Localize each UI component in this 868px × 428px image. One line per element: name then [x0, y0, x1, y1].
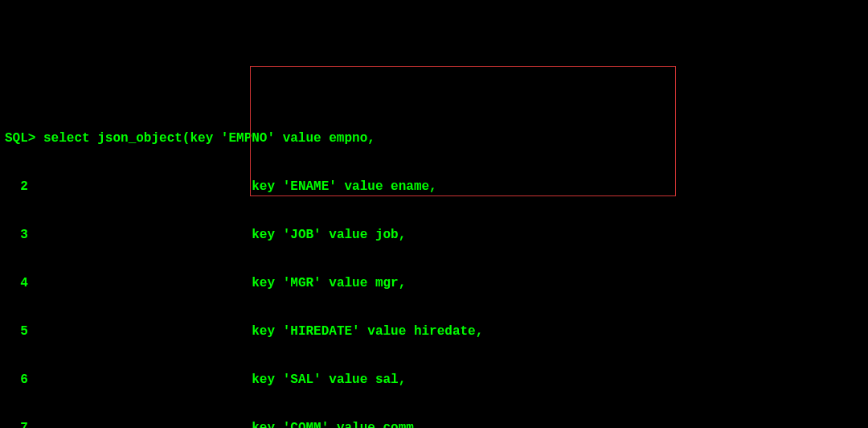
sql-text: key 'COMM' value comm,	[252, 421, 421, 428]
sql-text: key 'MGR' value mgr,	[252, 276, 406, 290]
sql-line-5: 5 key 'HIREDATE' value hiredate,	[5, 323, 863, 340]
sql-line-1: SQL> select json_object(key 'EMPNO' valu…	[5, 130, 863, 146]
line-number: 7	[5, 421, 28, 428]
sql-line-2: 2 key 'ENAME' value ename,	[5, 179, 863, 195]
sql-line-7: 7 key 'COMM' value comm,	[5, 420, 863, 428]
line-number: 4	[5, 276, 28, 290]
sql-line-4: 4 key 'MGR' value mgr,	[5, 275, 863, 291]
sql-text: key 'ENAME' value ename,	[252, 179, 436, 194]
line-number: 6	[5, 372, 28, 387]
line-number: 3	[5, 228, 28, 242]
sql-text: key 'JOB' value job,	[252, 228, 406, 242]
sql-text: SQL> select json_object(key 'EMPNO' valu…	[5, 131, 375, 146]
sql-line-6: 6 key 'SAL' value sal,	[5, 372, 863, 388]
sql-text: key 'SAL' value sal,	[252, 372, 406, 387]
sql-text: key 'HIREDATE' value hiredate,	[252, 324, 483, 339]
line-number: 5	[5, 324, 28, 339]
terminal-output[interactable]: SQL> select json_object(key 'EMPNO' valu…	[5, 66, 863, 428]
line-number: 2	[5, 179, 28, 194]
sql-line-3: 3 key 'JOB' value job,	[5, 227, 863, 243]
